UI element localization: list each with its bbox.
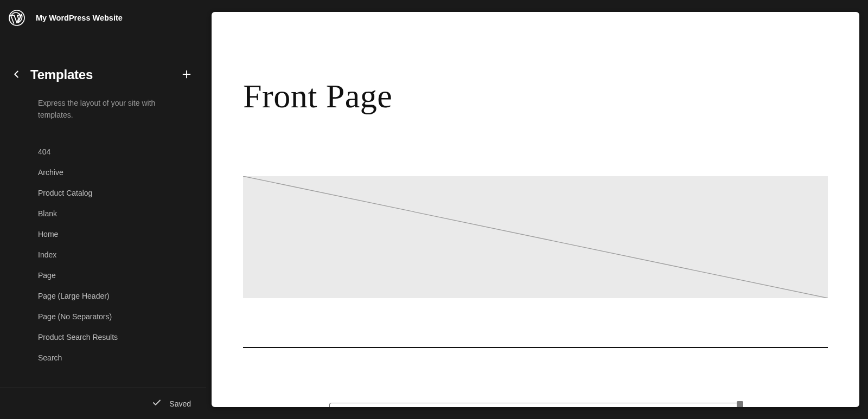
block-anchor-icon xyxy=(737,401,743,407)
template-item-archive[interactable]: Archive xyxy=(38,162,206,183)
panel-description: Express the layout of your site with tem… xyxy=(0,88,206,136)
panel-header: Templates xyxy=(0,36,206,88)
template-item-page-large-header[interactable]: Page (Large Header) xyxy=(38,286,206,306)
svg-line-3 xyxy=(243,176,828,298)
site-name[interactable]: My WordPress Website xyxy=(36,14,123,22)
panel-title: Templates xyxy=(30,67,173,82)
template-item-404[interactable]: 404 xyxy=(38,141,206,162)
back-button[interactable] xyxy=(8,66,25,83)
status-text: Saved xyxy=(169,399,191,408)
template-item-product-catalog[interactable]: Product Catalog xyxy=(38,183,206,203)
editor-sidebar: My WordPress Website Templates Express t… xyxy=(0,0,206,419)
plus-icon xyxy=(181,68,193,82)
template-item-index[interactable]: Index xyxy=(38,244,206,265)
template-item-product-search-results[interactable]: Product Search Results xyxy=(38,327,206,347)
template-item-blank[interactable]: Blank xyxy=(38,203,206,224)
site-bar: My WordPress Website xyxy=(0,0,206,36)
template-item-page-no-separators[interactable]: Page (No Separators) xyxy=(38,306,206,327)
image-placeholder-block[interactable] xyxy=(243,176,828,298)
editor-canvas-wrap: Front Page xyxy=(206,0,868,419)
template-item-home[interactable]: Home xyxy=(38,224,206,244)
template-list: 404 Archive Product Catalog Blank Home I… xyxy=(0,141,206,419)
wordpress-logo-icon[interactable] xyxy=(8,9,26,27)
add-template-button[interactable] xyxy=(178,66,195,83)
page-title[interactable]: Front Page xyxy=(243,77,828,115)
check-icon xyxy=(152,398,162,409)
template-item-search[interactable]: Search xyxy=(38,347,206,368)
editor-canvas[interactable]: Front Page xyxy=(212,12,859,407)
template-item-page[interactable]: Page xyxy=(38,265,206,286)
separator-block[interactable] xyxy=(243,347,828,348)
chevron-left-icon xyxy=(10,68,22,82)
status-bar: Saved xyxy=(0,388,206,419)
block-inserter-outline[interactable] xyxy=(329,403,742,407)
app-root: My WordPress Website Templates Express t… xyxy=(0,0,868,419)
